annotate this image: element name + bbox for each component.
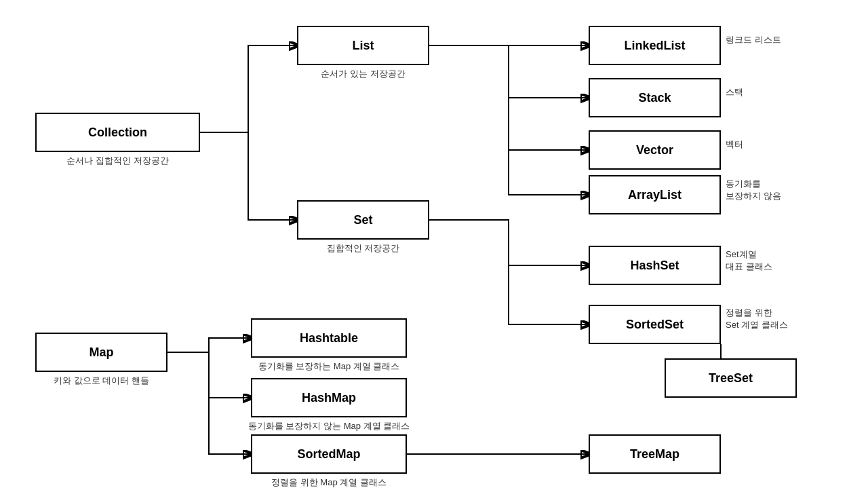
node-hashtable: Hashtable xyxy=(251,318,407,358)
label-hashtable: 동기화를 보장하는 Map 계열 클래스 xyxy=(217,360,441,373)
node-map: Map xyxy=(35,333,167,372)
node-treeset: TreeSet xyxy=(665,358,797,398)
node-sortedset: SortedSet xyxy=(589,305,721,344)
node-hashmap: HashMap xyxy=(251,378,407,417)
node-collection: Collection xyxy=(35,113,200,152)
node-list: List xyxy=(297,26,429,65)
node-hashset: HashSet xyxy=(589,246,721,285)
label-collection: 순서나 집합적인 저장공간 xyxy=(35,155,200,167)
node-vector: Vector xyxy=(589,130,721,170)
label-arraylist: 동기화를 보장하지 않음 xyxy=(726,178,834,202)
label-map: 키와 값으로 데이터 핸들 xyxy=(35,375,167,387)
connector-lines xyxy=(0,0,868,488)
node-set: Set xyxy=(297,200,429,240)
node-arraylist: ArrayList xyxy=(589,175,721,214)
label-set: 집합적인 저장공간 xyxy=(297,242,429,255)
diagram: Collection 순서나 집합적인 저장공간 List 순서가 있는 저장공… xyxy=(0,0,868,488)
node-stack: Stack xyxy=(589,78,721,117)
label-stack: 스택 xyxy=(726,86,827,98)
node-linkedlist: LinkedList xyxy=(589,26,721,65)
label-vector: 벡터 xyxy=(726,138,827,151)
label-sortedmap: 정렬을 위한 Map 계열 클래스 xyxy=(224,476,434,488)
label-linkedlist: 링크드 리스트 xyxy=(726,34,827,46)
node-sortedmap: SortedMap xyxy=(251,434,407,474)
label-list: 순서가 있는 저장공간 xyxy=(297,68,429,80)
node-treemap: TreeMap xyxy=(589,434,721,474)
label-sortedset: 정렬을 위한 Set 계열 클래스 xyxy=(726,307,841,331)
label-hashset: Set계열 대표 클래스 xyxy=(726,248,834,273)
label-hashmap: 동기화를 보장하지 않는 Map 계열 클래스 xyxy=(203,420,454,432)
